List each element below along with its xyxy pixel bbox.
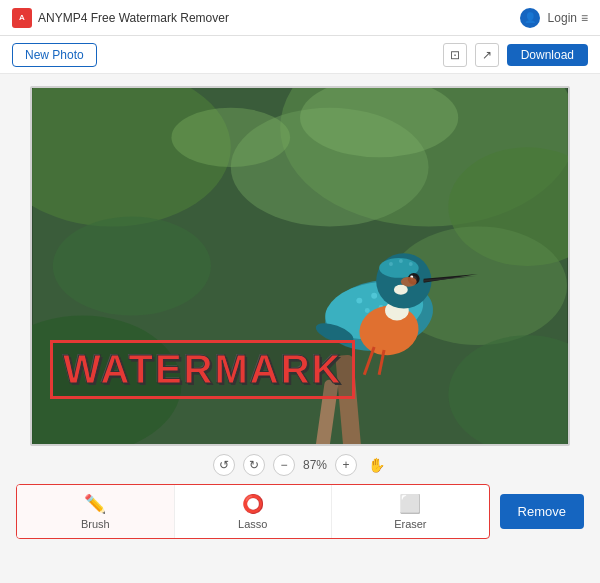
brush-icon: ✏️ (84, 493, 106, 515)
hand-tool-button[interactable]: ✋ (365, 454, 387, 476)
tool-panel: ✏️ Brush ⭕ Lasso ⬜ Eraser (16, 484, 490, 539)
svg-point-25 (399, 259, 403, 263)
eraser-tool[interactable]: ⬜ Eraser (332, 485, 489, 538)
user-avatar-icon: 👤 (520, 8, 540, 28)
brush-tool[interactable]: ✏️ Brush (17, 485, 175, 538)
toolbar: New Photo ⊡ ↗ Download (0, 36, 600, 74)
brush-label: Brush (81, 518, 110, 530)
watermark-overlay: WATERMARK (50, 340, 355, 399)
bottom-row: ✏️ Brush ⭕ Lasso ⬜ Eraser Remove (16, 484, 584, 539)
svg-point-31 (394, 285, 408, 295)
lasso-icon: ⭕ (242, 493, 264, 515)
chevron-down-icon: ≡ (581, 11, 588, 25)
toolbar-right: ⊡ ↗ Download (443, 43, 588, 67)
zoom-controls: ↺ ↻ − 87% + ✋ (213, 454, 387, 476)
svg-point-26 (409, 262, 413, 266)
rotate-left-button[interactable]: ↺ (213, 454, 235, 476)
download-button[interactable]: Download (507, 44, 588, 66)
export-icon-button[interactable]: ↗ (475, 43, 499, 67)
rotate-right-button[interactable]: ↻ (243, 454, 265, 476)
image-canvas[interactable]: WATERMARK (30, 86, 570, 446)
zoom-level: 87% (303, 458, 327, 472)
eraser-label: Eraser (394, 518, 426, 530)
svg-point-18 (365, 308, 370, 313)
save-icon-button[interactable]: ⊡ (443, 43, 467, 67)
header-right: 👤 Login ≡ (520, 8, 588, 28)
zoom-out-button[interactable]: − (273, 454, 295, 476)
svg-point-16 (371, 293, 377, 299)
svg-point-15 (356, 298, 362, 304)
header-left: A ANYMP4 Free Watermark Remover (12, 8, 229, 28)
app-logo: A (12, 8, 32, 28)
watermark-text: WATERMARK (63, 347, 342, 391)
new-photo-button[interactable]: New Photo (12, 43, 97, 67)
svg-point-9 (171, 108, 290, 167)
eraser-icon: ⬜ (399, 493, 421, 515)
app-title: ANYMP4 Free Watermark Remover (38, 11, 229, 25)
export-icon: ↗ (482, 48, 492, 62)
main-area: WATERMARK ↺ ↻ − 87% + ✋ ✏️ Brush ⭕ Lasso… (0, 74, 600, 583)
save-icon: ⊡ (450, 48, 460, 62)
remove-button[interactable]: Remove (500, 494, 584, 529)
svg-point-5 (53, 217, 211, 316)
lasso-label: Lasso (238, 518, 267, 530)
header: A ANYMP4 Free Watermark Remover 👤 Login … (0, 0, 600, 36)
zoom-in-button[interactable]: + (335, 454, 357, 476)
lasso-tool[interactable]: ⭕ Lasso (175, 485, 333, 538)
login-button[interactable]: Login ≡ (548, 11, 588, 25)
svg-point-24 (389, 262, 393, 266)
